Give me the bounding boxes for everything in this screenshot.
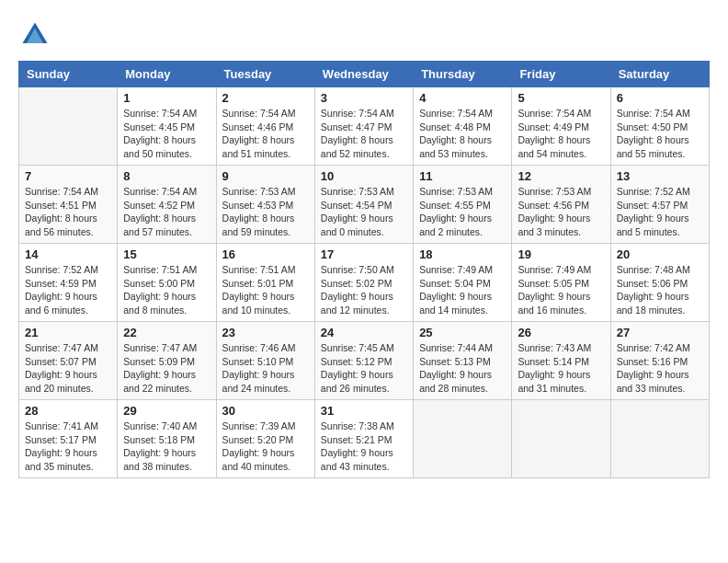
calendar-cell: 8Sunrise: 7:54 AM Sunset: 4:52 PM Daylig… [118,166,216,244]
day-number: 13 [617,169,703,183]
calendar-cell: 24Sunrise: 7:45 AM Sunset: 5:12 PM Dayli… [314,322,413,400]
day-info: Sunrise: 7:54 AM Sunset: 4:51 PM Dayligh… [25,185,111,239]
day-info: Sunrise: 7:42 AM Sunset: 5:16 PM Dayligh… [617,341,703,396]
day-info: Sunrise: 7:49 AM Sunset: 5:05 PM Dayligh… [518,263,604,317]
day-info: Sunrise: 7:54 AM Sunset: 4:50 PM Dayligh… [617,107,703,161]
day-number: 21 [25,326,111,339]
day-info: Sunrise: 7:43 AM Sunset: 5:14 PM Dayligh… [518,341,604,396]
calendar-cell: 26Sunrise: 7:43 AM Sunset: 5:14 PM Dayli… [512,322,610,400]
day-info: Sunrise: 7:52 AM Sunset: 4:57 PM Dayligh… [617,185,703,239]
day-number: 5 [518,91,604,105]
calendar-cell: 4Sunrise: 7:54 AM Sunset: 4:48 PM Daylig… [414,87,512,166]
day-number: 24 [321,326,407,339]
calendar-cell [414,400,512,478]
logo [18,18,55,52]
calendar-week-row: 28Sunrise: 7:41 AM Sunset: 5:17 PM Dayli… [19,400,710,478]
day-number: 3 [321,91,407,105]
day-info: Sunrise: 7:39 AM Sunset: 5:20 PM Dayligh… [222,419,309,474]
day-number: 6 [617,91,703,105]
day-number: 15 [123,247,210,261]
calendar-cell: 21Sunrise: 7:47 AM Sunset: 5:07 PM Dayli… [19,322,118,400]
day-number: 11 [419,169,506,183]
day-info: Sunrise: 7:47 AM Sunset: 5:07 PM Dayligh… [25,341,111,396]
calendar-cell: 9Sunrise: 7:53 AM Sunset: 4:53 PM Daylig… [216,166,314,244]
day-number: 10 [321,169,407,183]
calendar-cell: 23Sunrise: 7:46 AM Sunset: 5:10 PM Dayli… [216,322,314,400]
calendar-week-row: 7Sunrise: 7:54 AM Sunset: 4:51 PM Daylig… [19,166,710,244]
day-number: 7 [25,169,111,183]
column-header-tuesday: Tuesday [216,62,314,87]
day-number: 1 [123,91,210,105]
calendar-cell: 29Sunrise: 7:40 AM Sunset: 5:18 PM Dayli… [118,400,216,478]
day-number: 23 [222,326,309,339]
calendar-cell: 10Sunrise: 7:53 AM Sunset: 4:54 PM Dayli… [314,166,413,244]
day-info: Sunrise: 7:48 AM Sunset: 5:06 PM Dayligh… [617,263,703,317]
day-number: 2 [222,91,309,105]
day-info: Sunrise: 7:47 AM Sunset: 5:09 PM Dayligh… [123,341,210,396]
calendar-cell: 12Sunrise: 7:53 AM Sunset: 4:56 PM Dayli… [512,166,610,244]
calendar-cell: 28Sunrise: 7:41 AM Sunset: 5:17 PM Dayli… [19,400,118,478]
day-number: 31 [321,404,407,418]
day-number: 20 [617,247,703,261]
day-number: 28 [25,404,111,418]
calendar-cell: 2Sunrise: 7:54 AM Sunset: 4:46 PM Daylig… [216,87,314,166]
day-info: Sunrise: 7:44 AM Sunset: 5:13 PM Dayligh… [419,341,506,396]
day-number: 30 [222,404,309,418]
day-info: Sunrise: 7:50 AM Sunset: 5:02 PM Dayligh… [321,263,407,317]
day-info: Sunrise: 7:54 AM Sunset: 4:49 PM Dayligh… [518,107,604,161]
day-info: Sunrise: 7:53 AM Sunset: 4:55 PM Dayligh… [419,185,506,239]
day-info: Sunrise: 7:52 AM Sunset: 4:59 PM Dayligh… [25,263,111,317]
page-header [18,18,710,52]
column-header-thursday: Thursday [414,62,512,87]
day-number: 14 [25,247,111,261]
calendar-cell: 27Sunrise: 7:42 AM Sunset: 5:16 PM Dayli… [610,322,709,400]
day-info: Sunrise: 7:53 AM Sunset: 4:54 PM Dayligh… [321,185,407,239]
calendar-cell: 14Sunrise: 7:52 AM Sunset: 4:59 PM Dayli… [19,244,118,322]
day-info: Sunrise: 7:51 AM Sunset: 5:01 PM Dayligh… [222,263,309,317]
day-number: 18 [419,247,506,261]
calendar-cell: 3Sunrise: 7:54 AM Sunset: 4:47 PM Daylig… [314,87,413,166]
calendar-cell: 5Sunrise: 7:54 AM Sunset: 4:49 PM Daylig… [512,87,610,166]
day-number: 19 [518,247,604,261]
day-info: Sunrise: 7:54 AM Sunset: 4:46 PM Dayligh… [222,107,309,161]
calendar-cell: 31Sunrise: 7:38 AM Sunset: 5:21 PM Dayli… [314,400,413,478]
column-header-wednesday: Wednesday [314,62,413,87]
calendar-cell: 20Sunrise: 7:48 AM Sunset: 5:06 PM Dayli… [610,244,709,322]
day-number: 29 [123,404,210,418]
day-info: Sunrise: 7:40 AM Sunset: 5:18 PM Dayligh… [123,419,210,474]
day-number: 8 [123,169,210,183]
day-number: 4 [419,91,506,105]
day-number: 17 [321,247,407,261]
day-number: 27 [617,326,703,339]
calendar-cell: 18Sunrise: 7:49 AM Sunset: 5:04 PM Dayli… [414,244,512,322]
calendar-week-row: 21Sunrise: 7:47 AM Sunset: 5:07 PM Dayli… [19,322,710,400]
day-info: Sunrise: 7:49 AM Sunset: 5:04 PM Dayligh… [419,263,506,317]
calendar-cell: 22Sunrise: 7:47 AM Sunset: 5:09 PM Dayli… [118,322,216,400]
calendar-cell: 6Sunrise: 7:54 AM Sunset: 4:50 PM Daylig… [610,87,709,166]
calendar-cell: 7Sunrise: 7:54 AM Sunset: 4:51 PM Daylig… [19,166,118,244]
day-info: Sunrise: 7:46 AM Sunset: 5:10 PM Dayligh… [222,341,309,396]
day-number: 22 [123,326,210,339]
day-number: 26 [518,326,604,339]
day-info: Sunrise: 7:45 AM Sunset: 5:12 PM Dayligh… [321,341,407,396]
calendar-cell: 1Sunrise: 7:54 AM Sunset: 4:45 PM Daylig… [118,87,216,166]
calendar-cell: 11Sunrise: 7:53 AM Sunset: 4:55 PM Dayli… [414,166,512,244]
column-header-monday: Monday [118,62,216,87]
calendar-cell: 17Sunrise: 7:50 AM Sunset: 5:02 PM Dayli… [314,244,413,322]
calendar-cell [610,400,709,478]
calendar-cell: 25Sunrise: 7:44 AM Sunset: 5:13 PM Dayli… [414,322,512,400]
day-info: Sunrise: 7:53 AM Sunset: 4:53 PM Dayligh… [222,185,309,239]
column-header-saturday: Saturday [610,62,709,87]
calendar-cell [19,87,118,166]
day-number: 16 [222,247,309,261]
calendar-week-row: 14Sunrise: 7:52 AM Sunset: 4:59 PM Dayli… [19,244,710,322]
column-header-friday: Friday [512,62,610,87]
calendar-cell: 15Sunrise: 7:51 AM Sunset: 5:00 PM Dayli… [118,244,216,322]
day-info: Sunrise: 7:51 AM Sunset: 5:00 PM Dayligh… [123,263,210,317]
day-number: 9 [222,169,309,183]
day-info: Sunrise: 7:38 AM Sunset: 5:21 PM Dayligh… [321,419,407,474]
calendar-header-row: SundayMondayTuesdayWednesdayThursdayFrid… [19,62,710,87]
day-number: 12 [518,169,604,183]
calendar-cell: 13Sunrise: 7:52 AM Sunset: 4:57 PM Dayli… [610,166,709,244]
calendar-week-row: 1Sunrise: 7:54 AM Sunset: 4:45 PM Daylig… [19,87,710,166]
